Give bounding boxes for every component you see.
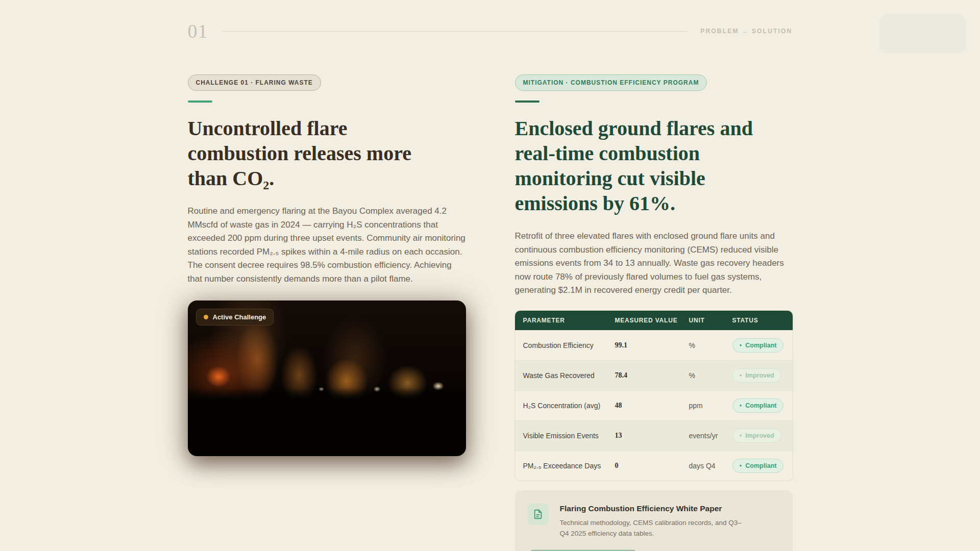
- section-number: 01: [188, 20, 208, 42]
- column-header-parameter: PARAMETER: [515, 311, 607, 330]
- section-header: 01 PROBLEM → SOLUTION: [188, 19, 793, 43]
- document-icon: [527, 504, 549, 525]
- whitepaper-title: Flaring Combustion Efficiency White Pape…: [560, 504, 749, 514]
- column-header-measured-value: MEASURED VALUE: [607, 311, 681, 330]
- metric-unit: events/yr: [681, 420, 724, 450]
- challenge-heading: Uncontrolled flare combustion releases m…: [188, 116, 466, 191]
- metric-status: Improved: [724, 420, 793, 450]
- table-row: Combustion Efficiency99.1%Compliant: [515, 330, 793, 360]
- mitigation-heading-line: Enclosed ground flares and: [515, 116, 793, 141]
- whitepaper-card: Flaring Combustion Efficiency White Pape…: [515, 490, 793, 551]
- mitigation-heading-line: monitoring cut visible: [515, 166, 793, 191]
- status-badge: Compliant: [732, 338, 784, 353]
- metric-parameter: PM₂.₅ Exceedance Days: [515, 450, 607, 481]
- challenge-heading-line: than CO2.: [188, 166, 466, 191]
- amber-dot-icon: [204, 315, 208, 319]
- metric-value: 99.1: [607, 330, 681, 360]
- active-challenge-chip: Active Challenge: [196, 309, 274, 325]
- whitepaper-description: Technical methodology, CEMS calibration …: [560, 517, 749, 539]
- table-row: PM₂.₅ Exceedance Days0days Q4Compliant: [515, 450, 793, 481]
- metric-parameter: H₂S Concentration (avg): [515, 390, 607, 420]
- challenge-heading-line: combustion releases more: [188, 141, 466, 166]
- metric-unit: ppm: [681, 390, 724, 420]
- decor-shape: [880, 14, 966, 53]
- mitigation-heading: Enclosed ground flares and real-time com…: [515, 116, 793, 216]
- metric-parameter: Visible Emission Events: [515, 420, 607, 450]
- mitigation-paragraph: Retrofit of three elevated flares with e…: [515, 230, 793, 297]
- mitigation-column: MITIGATION · COMBUSTION EFFICIENCY PROGR…: [515, 74, 793, 551]
- metric-value: 48: [607, 390, 681, 420]
- metrics-table-body: Combustion Efficiency99.1%CompliantWaste…: [515, 330, 793, 481]
- metrics-table-header-row: PARAMETER MEASURED VALUE UNIT STATUS: [515, 311, 793, 330]
- status-badge: Improved: [732, 429, 781, 443]
- metric-unit: %: [681, 360, 724, 390]
- metrics-table: PARAMETER MEASURED VALUE UNIT STATUS Com…: [515, 311, 793, 481]
- mitigation-heading-line: emissions by 61%.: [515, 191, 793, 216]
- mitigation-accent-rule: [515, 101, 540, 103]
- challenge-accent-rule: [188, 101, 212, 103]
- table-row: H₂S Concentration (avg)48ppmCompliant: [515, 390, 793, 420]
- column-header-status: STATUS: [724, 311, 793, 330]
- problem-solution-label: PROBLEM → SOLUTION: [700, 28, 792, 35]
- table-row: Waste Gas Recovered78.4%Improved: [515, 360, 793, 390]
- metric-status: Compliant: [724, 450, 793, 481]
- challenge-paragraph: Routine and emergency flaring at the Bay…: [188, 205, 466, 286]
- status-badge: Compliant: [732, 398, 784, 413]
- metric-unit: %: [681, 330, 724, 360]
- metric-status: Compliant: [724, 390, 793, 420]
- mitigation-badge: MITIGATION · COMBUSTION EFFICIENCY PROGR…: [515, 74, 707, 91]
- metric-unit: days Q4: [681, 450, 724, 481]
- challenge-column: CHALLENGE 01 · FLARING WASTE Uncontrolle…: [188, 74, 466, 551]
- metric-parameter: Waste Gas Recovered: [515, 360, 607, 390]
- challenge-badge: CHALLENGE 01 · FLARING WASTE: [188, 74, 321, 91]
- section-divider-line: [222, 31, 688, 32]
- flare-night-photo: Active Challenge: [188, 300, 466, 456]
- metric-status: Compliant: [724, 330, 793, 360]
- challenge-heading-line: Uncontrolled flare: [188, 116, 466, 141]
- column-header-unit: UNIT: [681, 311, 724, 330]
- metric-status: Improved: [724, 360, 793, 390]
- metric-value: 13: [607, 420, 681, 450]
- status-badge: Compliant: [732, 459, 784, 473]
- metric-value: 0: [607, 450, 681, 481]
- metric-parameter: Combustion Efficiency: [515, 330, 607, 360]
- active-challenge-label: Active Challenge: [213, 313, 266, 321]
- status-badge: Improved: [732, 368, 781, 383]
- metric-value: 78.4: [607, 360, 681, 390]
- table-row: Visible Emission Events13events/yrImprov…: [515, 420, 793, 450]
- section-01: 01 PROBLEM → SOLUTION CHALLENGE 01 · FLA…: [188, 0, 793, 551]
- mitigation-heading-line: real-time combustion: [515, 141, 793, 166]
